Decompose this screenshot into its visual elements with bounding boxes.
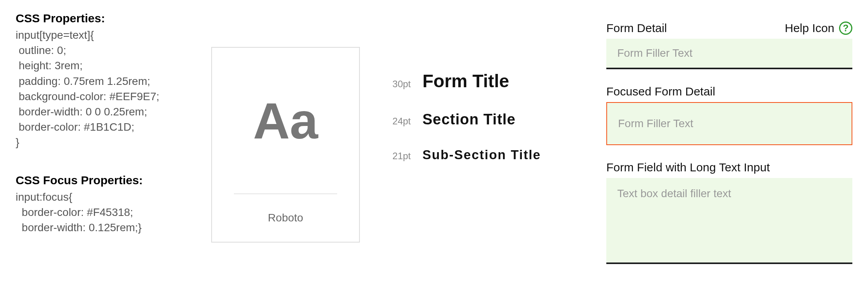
css-focus-block: CSS Focus Properties: input:focus{ borde… — [16, 174, 203, 235]
font-specimen-column: Aa Roboto — [211, 12, 376, 272]
help-icon-wrap: Help Icon ? — [785, 22, 852, 35]
css-properties-code: input[type=text]{ outline: 0; height: 3r… — [16, 27, 203, 150]
css-properties-heading: CSS Properties: — [16, 12, 203, 25]
textarea-input[interactable]: Text box detail filler text — [606, 178, 852, 264]
type-sample-form-title: Form Title — [422, 70, 509, 92]
font-name-label: Roboto — [268, 194, 303, 242]
styleguide-page: CSS Properties: input[type=text]{ outlin… — [0, 0, 868, 284]
type-size-label: 30pt — [387, 79, 422, 90]
form-label-row: Form Detail Help Icon ? — [606, 22, 852, 35]
type-scale-row: 21pt Sub-Section Title — [387, 147, 595, 162]
font-card: Aa Roboto — [211, 47, 360, 243]
focused-form-label: Focused Form Detail — [606, 85, 715, 98]
css-focus-code: input:focus{ border-color: #F45318; bord… — [16, 189, 203, 235]
form-group-focused: Focused Form Detail Form Filler Text — [606, 85, 852, 145]
input-placeholder: Form Filler Text — [618, 117, 693, 130]
form-group-textarea: Form Field with Long Text Input Text box… — [606, 161, 852, 264]
form-detail-label: Form Detail — [606, 22, 667, 35]
form-preview-column: Form Detail Help Icon ? Form Filler Text… — [595, 12, 852, 272]
help-icon-label: Help Icon — [785, 22, 834, 35]
type-scale-row: 24pt Section Title — [387, 111, 595, 128]
type-sample-section-title: Section Title — [422, 111, 516, 128]
type-scale-row: 30pt Form Title — [387, 70, 595, 92]
long-text-form-label: Form Field with Long Text Input — [606, 161, 770, 174]
text-input-focused[interactable]: Form Filler Text — [606, 102, 852, 145]
css-properties-block: CSS Properties: input[type=text]{ outlin… — [16, 12, 203, 150]
form-group-default: Form Detail Help Icon ? Form Filler Text — [606, 22, 852, 69]
input-placeholder: Form Filler Text — [617, 47, 692, 59]
font-sample-wrap: Aa — [212, 48, 359, 194]
type-size-label: 24pt — [387, 116, 422, 127]
css-code-column: CSS Properties: input[type=text]{ outlin… — [16, 12, 211, 272]
font-sample-glyph: Aa — [253, 92, 318, 150]
help-icon[interactable]: ? — [839, 22, 852, 35]
form-label-row: Focused Form Detail — [606, 85, 852, 98]
textarea-placeholder: Text box detail filler text — [617, 187, 731, 200]
type-sample-subsection-title: Sub-Section Title — [422, 147, 541, 162]
type-size-label: 21pt — [387, 151, 422, 162]
text-input-default[interactable]: Form Filler Text — [606, 39, 852, 69]
type-scale-column: 30pt Form Title 24pt Section Title 21pt … — [376, 12, 595, 272]
form-label-row: Form Field with Long Text Input — [606, 161, 852, 174]
css-focus-heading: CSS Focus Properties: — [16, 174, 203, 187]
